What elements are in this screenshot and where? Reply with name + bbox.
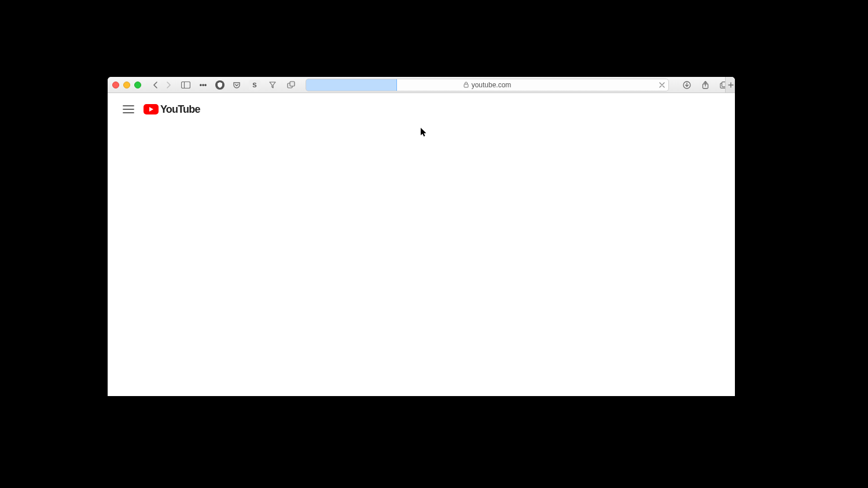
- sidebar-toggle-button[interactable]: [179, 79, 192, 91]
- downloads-button[interactable]: [681, 79, 693, 91]
- stop-loading-button[interactable]: [659, 82, 665, 88]
- extension-group: ••• S: [197, 79, 297, 91]
- new-tab-button[interactable]: [725, 77, 735, 93]
- nav-arrows: [149, 79, 175, 91]
- window-maximize-button[interactable]: [134, 82, 141, 88]
- back-button[interactable]: [149, 79, 162, 91]
- guide-menu-button[interactable]: [117, 98, 140, 121]
- window-controls: [112, 82, 141, 88]
- youtube-logo[interactable]: YouTube: [144, 103, 200, 116]
- pocket-extension-icon[interactable]: [230, 79, 243, 91]
- ublock-extension-icon[interactable]: [215, 80, 225, 90]
- s-extension-icon[interactable]: S: [249, 80, 260, 90]
- svg-rect-3: [290, 82, 295, 86]
- window-minimize-button[interactable]: [123, 82, 130, 88]
- load-progress-indicator: [306, 79, 397, 91]
- browser-window: ••• S youtube.com: [108, 77, 735, 396]
- svg-rect-0: [182, 82, 190, 88]
- address-url-text: youtube.com: [472, 81, 512, 89]
- filter-extension-icon[interactable]: [266, 79, 279, 91]
- forward-button[interactable]: [162, 79, 175, 91]
- svg-rect-4: [464, 84, 468, 88]
- youtube-logo-text: YouTube: [160, 103, 200, 116]
- lock-icon: [464, 82, 469, 88]
- browser-toolbar: ••• S youtube.com: [108, 77, 735, 93]
- page-content-loading: [108, 125, 735, 396]
- youtube-header: YouTube: [108, 93, 735, 125]
- share-button[interactable]: [699, 79, 712, 91]
- address-bar[interactable]: youtube.com: [306, 79, 669, 91]
- clip-extension-icon[interactable]: [285, 79, 297, 91]
- window-close-button[interactable]: [112, 82, 119, 88]
- toolbar-right-buttons: [681, 79, 730, 91]
- hamburger-icon: [123, 105, 134, 113]
- onepassword-extension-icon[interactable]: •••: [197, 79, 209, 91]
- youtube-play-icon: [144, 104, 159, 114]
